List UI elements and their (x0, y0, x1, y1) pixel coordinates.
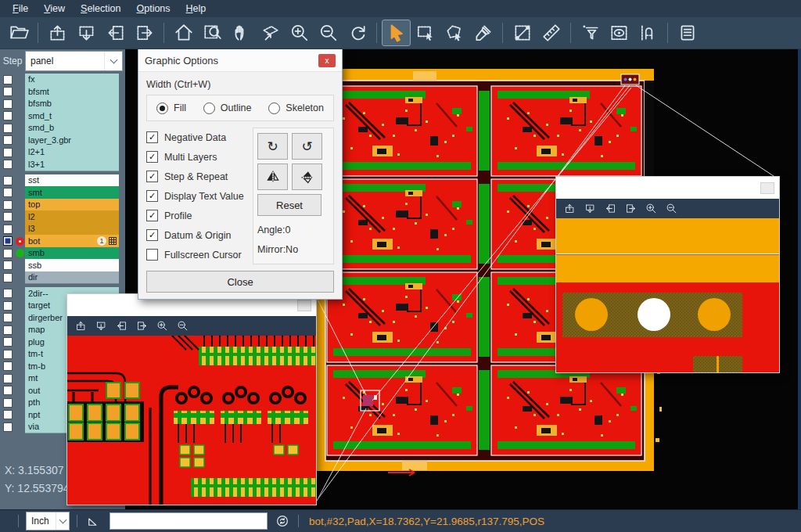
layer-visibility-checkbox[interactable] (3, 398, 13, 408)
import-down-button[interactable] (584, 203, 596, 214)
radio-outline[interactable]: Outline (203, 102, 252, 114)
layer-visibility-checkbox[interactable] (3, 337, 13, 347)
layer-visibility-checkbox[interactable] (3, 176, 13, 185)
layer-visibility-checkbox[interactable] (3, 99, 13, 109)
zoom-out-button[interactable] (666, 203, 677, 214)
layer-visibility-checkbox[interactable] (3, 422, 13, 432)
layer-visibility-checkbox[interactable] (3, 261, 13, 270)
layer-name[interactable]: smd_t (25, 110, 119, 123)
command-input[interactable] (110, 512, 268, 530)
layer-row-smd_b[interactable]: smd_b (0, 122, 125, 135)
filter-button[interactable] (577, 20, 604, 45)
radio-fill[interactable]: Fill (156, 102, 186, 114)
menu-help[interactable]: Help (178, 2, 214, 16)
layer-name[interactable]: dir (25, 271, 119, 285)
layer-name[interactable]: bot1 (25, 235, 119, 248)
zoom-in-button[interactable] (286, 20, 313, 45)
layers-panel-button[interactable] (673, 20, 701, 45)
step-dropdown[interactable]: panel (25, 51, 123, 71)
view-eye-button[interactable] (605, 20, 633, 45)
layer-row-l2[interactable]: l2 (0, 211, 125, 224)
checkbox-multi-layers[interactable]: ✓Multi Layers (146, 147, 248, 167)
checkbox-negative-data[interactable]: ✓Negative Data (146, 128, 248, 147)
canvas-edge-scrollbar[interactable] (798, 49, 801, 510)
import-right-button[interactable] (131, 20, 158, 45)
import-right-button[interactable] (136, 320, 148, 332)
layer-row-bfsmb[interactable]: bfsmb (0, 98, 125, 110)
layer-name[interactable]: l2+1 (25, 146, 119, 160)
layer-visibility-checkbox[interactable] (3, 160, 13, 169)
layer-name[interactable]: fx (25, 74, 119, 87)
layer-visibility-checkbox[interactable] (3, 361, 13, 371)
clean-brush-button[interactable] (469, 20, 497, 45)
minimize-icon[interactable] (297, 300, 311, 311)
layer-visibility-checkbox[interactable] (3, 273, 13, 282)
pan-hand-button[interactable] (228, 20, 255, 45)
layer-name[interactable]: l3 (25, 223, 119, 236)
checkbox-profile[interactable]: ✓Profile (146, 206, 248, 225)
rotate-ccw-button[interactable]: ↺ (292, 133, 322, 160)
layer-name[interactable]: l3+1 (25, 158, 119, 171)
radio-circle[interactable] (156, 102, 168, 114)
magnifier-titlebar[interactable] (556, 177, 779, 199)
mirror-vertical-button[interactable] (292, 164, 322, 190)
zoom-in-button[interactable] (645, 203, 657, 214)
chevron-down-icon[interactable] (56, 512, 69, 530)
layer-visibility-checkbox[interactable] (3, 75, 13, 84)
zoom-out-button[interactable] (314, 20, 342, 45)
layer-visibility-checkbox[interactable] (3, 386, 13, 395)
layer-row-bot[interactable]: bot1 (0, 235, 125, 248)
sync-icon[interactable] (275, 514, 289, 528)
select-rect-button[interactable] (411, 20, 439, 45)
radio-skeleton[interactable]: Skeleton (268, 102, 324, 114)
layer-visibility-checkbox[interactable] (3, 87, 13, 96)
minimize-icon[interactable] (760, 182, 774, 194)
layer-row-sst[interactable]: sst (0, 174, 125, 187)
layer-visibility-checkbox[interactable] (3, 350, 13, 359)
import-left-button[interactable] (116, 320, 128, 332)
layer-row-layer_3.gbr[interactable]: layer_3.gbr (0, 135, 125, 147)
layer-visibility-checkbox[interactable] (3, 236, 13, 246)
checkbox-box[interactable]: ✓ (146, 151, 158, 163)
zoom-out-button[interactable] (177, 320, 189, 332)
radio-circle[interactable] (203, 102, 215, 114)
import-down-button[interactable] (73, 20, 100, 45)
layer-name[interactable]: bfsmt (25, 85, 119, 99)
checkbox-fullscreen-cursor[interactable]: Fullscreen Cursor (146, 245, 248, 264)
magnifier-content-traces[interactable] (67, 336, 316, 505)
layer-visibility-checkbox[interactable] (3, 111, 13, 120)
layer-name[interactable]: sst (25, 174, 119, 188)
layer-visibility-checkbox[interactable] (3, 325, 13, 335)
layer-name[interactable]: bfsmb (25, 98, 119, 111)
layer-name[interactable]: top (25, 199, 119, 212)
layer-name[interactable]: l2 (25, 210, 119, 224)
import-up-button[interactable] (44, 20, 71, 45)
layer-row-l3+1[interactable]: l3+1 (0, 159, 125, 171)
home-button[interactable] (170, 20, 197, 45)
dialog-titlebar[interactable]: Graphic Options x (138, 49, 342, 72)
layer-visibility-checkbox[interactable] (3, 200, 13, 210)
select-poly-button[interactable] (440, 20, 468, 45)
snap-magnet-button[interactable] (634, 20, 662, 45)
reset-button[interactable]: Reset (257, 194, 321, 216)
layer-visibility-checkbox[interactable] (3, 212, 13, 221)
layer-row-bfsmt[interactable]: bfsmt (0, 86, 125, 99)
select-cursor-button[interactable] (383, 20, 410, 45)
import-right-button[interactable] (625, 203, 637, 214)
corner-angle-icon[interactable] (86, 514, 100, 528)
layer-row-l2+1[interactable]: l2+1 (0, 146, 125, 159)
checkbox-display-text-value[interactable]: ✓Display Text Value (146, 186, 248, 206)
zoom-undo-button[interactable] (343, 20, 371, 45)
checkbox-box[interactable]: ✓ (146, 210, 158, 221)
layer-visibility-checkbox[interactable] (3, 289, 13, 298)
magnifier-content-pads[interactable] (556, 218, 779, 372)
menu-selection[interactable]: Selection (73, 2, 128, 16)
checkbox-box[interactable]: ✓ (146, 171, 158, 182)
layer-visibility-checkbox[interactable] (3, 135, 13, 145)
layer-visibility-checkbox[interactable] (3, 301, 13, 311)
import-up-button[interactable] (75, 320, 87, 332)
layer-name[interactable]: smb (25, 247, 119, 261)
layer-visibility-checkbox[interactable] (3, 148, 13, 157)
layer-name[interactable]: smd_b (25, 122, 119, 135)
measure-diagonal-button[interactable] (508, 20, 536, 45)
